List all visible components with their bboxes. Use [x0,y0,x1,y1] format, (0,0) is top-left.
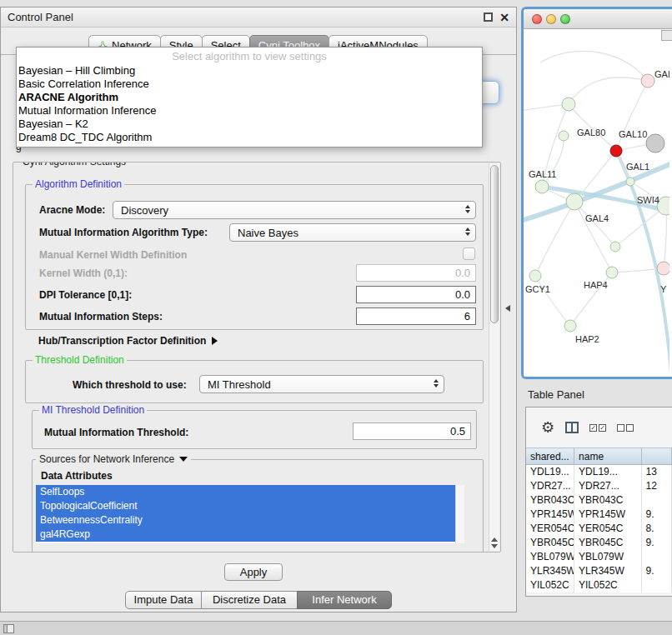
collapse-arrow-icon [179,457,188,462]
dropdown-item-selected[interactable]: ARACNE Algorithm [17,91,482,104]
settings-scrollbar[interactable] [489,163,499,551]
column-visibility-icon[interactable] [565,422,579,433]
network-node-label: GAL [654,69,669,79]
network-node-label: GAL11 [529,169,556,179]
network-node[interactable] [562,98,575,111]
table-row[interactable]: YBR043C YBR043C [526,493,672,508]
combo-arrows-icon [465,228,470,236]
hub-definition-label: Hub/Transcription Factor Definition [38,335,206,347]
network-node[interactable] [641,74,654,88]
table-row[interactable]: YER054C YER054C 8. [526,522,672,536]
dropdown-item[interactable]: Basic Correlation Inference [17,78,482,91]
network-node[interactable] [606,267,618,278]
dock-panel-icon[interactable] [3,624,14,633]
dropdown-item[interactable]: Dream8 DC_TDC Algorithm [17,131,482,144]
list-scrollbar[interactable] [455,485,464,543]
settings-gear-icon[interactable]: ⚙ [541,420,554,435]
dpi-tolerance-field[interactable]: 0.0 [356,286,476,303]
network-canvas[interactable]: GAL GAL80 GAL10 GAL11 GAL1 SWI4 GAL4 GCY… [524,29,672,377]
column-header[interactable]: name [574,448,641,465]
combo-value: Naive Bayes [238,227,298,239]
network-node[interactable] [535,180,549,193]
tab-discretize-data[interactable]: Discretize Data [201,591,298,609]
field-value: 0.5 [450,425,465,438]
network-node[interactable] [559,131,569,141]
network-edge[interactable] [535,276,570,326]
mi-threshold-group: MI Threshold Definition Mutual Informati… [32,410,477,449]
close-traffic-light-icon[interactable] [532,14,542,24]
sources-collapse-header[interactable]: Sources for Network Inference [36,453,191,465]
sources-title: Sources for Network Inference [39,453,174,465]
network-node[interactable] [626,178,634,186]
data-attributes-label: Data Attributes [41,470,113,482]
data-attributes-list: SelfLoops TopologicalCoefficient Between… [36,485,464,543]
network-node[interactable] [657,262,669,275]
panel-collapse-arrow-icon[interactable] [505,305,510,312]
table-row[interactable]: YDR27... YDR27... 12 [526,479,672,493]
group-title: Threshold Definition [33,354,127,366]
algorithm-dropdown-list: Select algorithm to view settings Bayesi… [16,47,483,148]
dropdown-item[interactable]: Bayesian – Hill Climbing [17,64,482,78]
scrollbar-thumb[interactable] [490,165,499,323]
mi-threshold-field[interactable]: 0.5 [353,422,471,440]
table-header-row: shared... name [526,448,672,465]
manual-kernel-width-checkbox[interactable] [463,248,475,260]
attribute-item-selected[interactable]: BetweennessCentrality [36,513,455,528]
table-row[interactable]: YBL079W YBL079W [526,550,672,564]
algorithm-definition-group: Algorithm Definition Aracne Mode: Discov… [25,184,484,330]
mi-steps-field[interactable]: 6 [356,308,476,325]
attribute-item-selected[interactable]: gal4RGexp [36,528,455,542]
combo-arrows-icon [465,205,470,213]
zoom-traffic-light-icon[interactable] [560,14,570,24]
tab-impute-data[interactable]: Impute Data [125,591,202,609]
network-window-titlebar[interactable] [524,9,672,29]
dpi-tolerance-label: DPI Tolerance [0,1]: [39,289,132,301]
table-row[interactable]: YIL052C YIL052C [526,578,672,592]
which-threshold-label: Which threshold to use: [73,379,187,391]
table-row[interactable]: YPR145W YPR145W 9. [526,508,672,522]
dropdown-item[interactable]: Mutual Information Inference [17,104,482,118]
network-edge[interactable] [540,51,648,81]
table-row[interactable]: YLR345W YLR345W 9. [526,564,672,578]
network-node[interactable] [564,320,576,332]
table-row[interactable]: YDL19... YDL19... 13 [526,465,672,479]
group-title: MI Threshold Definition [39,404,147,416]
network-node-label: Y [660,284,667,294]
group-title: Algorithm Definition [33,178,124,190]
apply-button[interactable]: Apply [224,563,283,581]
tab-infer-network[interactable]: Infer Network [297,591,392,609]
network-node[interactable] [529,270,541,282]
aracne-mode-select[interactable]: Discovery [113,201,476,219]
mi-algorithm-type-select[interactable]: Naive Bayes [229,223,476,242]
network-edge[interactable] [569,78,648,104]
column-header[interactable] [642,448,672,465]
network-node-selected[interactable] [610,145,622,157]
dropdown-item[interactable]: Bayesian – K2 [17,118,482,131]
network-node-label: HAP4 [584,280,608,290]
network-node[interactable] [566,193,583,210]
attribute-item-selected[interactable]: SelfLoops [36,485,455,499]
network-node-label: GAL1 [626,162,649,172]
kernel-width-field[interactable]: 0.0 [356,264,476,282]
select-all-rows-icon[interactable]: ✓ ✓ [589,424,606,432]
minimize-traffic-light-icon[interactable] [546,14,556,24]
threshold-select[interactable]: MI Threshold [199,375,444,393]
table-panel-window: ⚙ ✓ ✓ shared... name YDL19... YDL19... 1… [525,407,672,597]
birdseye-toggle-icon[interactable] [661,30,672,41]
network-node[interactable] [646,134,664,152]
mi-steps-label: Mutual Information Steps: [39,311,163,322]
dropdown-placeholder: Select algorithm to view settings [17,49,482,64]
close-window-icon[interactable]: ✕ [499,12,509,23]
field-value: 6 [464,310,470,322]
scrollbar-arrows[interactable] [489,538,499,548]
table-row[interactable]: YBR045C YBR045C 9. [526,536,672,550]
control-panel-titlebar: Control Panel ✕ [1,8,516,28]
attribute-item-selected[interactable]: TopologicalCoefficient [36,499,455,513]
network-node-label: GAL80 [577,128,605,138]
network-edge[interactable] [616,81,648,151]
network-node[interactable] [610,242,620,252]
column-header[interactable]: shared... [526,448,574,465]
float-window-icon[interactable] [484,12,493,22]
clear-selection-icon[interactable] [617,424,634,432]
hub-definition-expander[interactable]: Hub/Transcription Factor Definition [38,335,218,347]
